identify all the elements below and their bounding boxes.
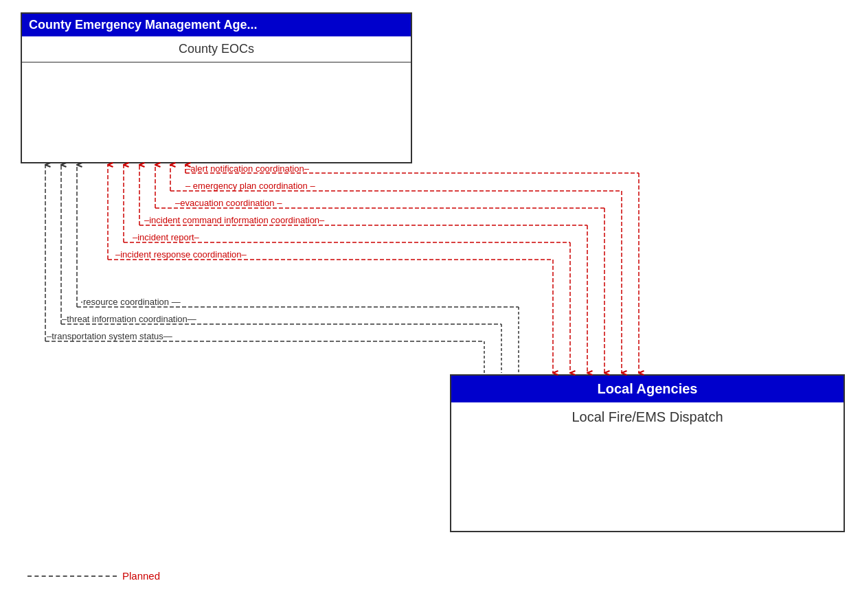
- label-transportation-status: –transportation system status—: [47, 331, 172, 341]
- label-incident-command: –incident command information coordinati…: [144, 215, 324, 225]
- left-box-header: County Emergency Management Age...: [22, 14, 411, 36]
- diagram-container: County Emergency Management Age... Count…: [0, 0, 860, 616]
- right-box-header: Local Agencies: [451, 376, 844, 402]
- legend-label: Planned: [122, 570, 160, 582]
- left-box: County Emergency Management Age... Count…: [21, 12, 412, 163]
- label-emergency-plan: – emergency plan coordination –: [185, 181, 315, 191]
- right-box-subheader: Local Fire/EMS Dispatch: [451, 402, 844, 432]
- label-threat-information: –threat information coordination—: [62, 314, 196, 324]
- label-alert-notification: –alert notification coordination–: [185, 163, 309, 174]
- legend: Planned: [27, 570, 160, 582]
- legend-line: [27, 575, 117, 577]
- label-resource-coordination: ⋅resource coordination —: [80, 297, 181, 307]
- left-box-subheader: County EOCs: [22, 36, 411, 62]
- right-box: Local Agencies Local Fire/EMS Dispatch: [450, 374, 845, 532]
- label-incident-report: –incident report–: [133, 232, 199, 242]
- label-incident-response: –incident response coordination–: [115, 249, 247, 260]
- label-evacuation: –evacuation coordination –: [175, 198, 282, 208]
